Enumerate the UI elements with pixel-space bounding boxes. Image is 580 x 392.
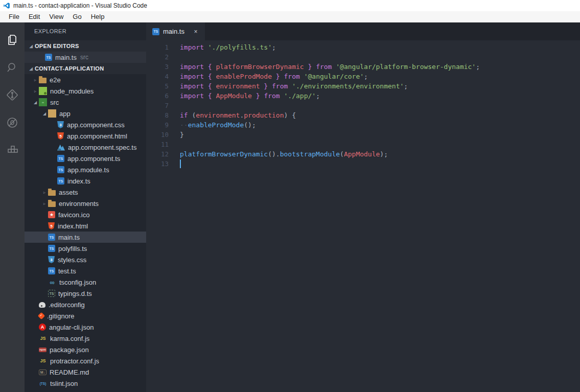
- menu-item-go[interactable]: Go: [68, 11, 86, 22]
- tree-item-app-module-ts[interactable]: TSapp.module.ts: [25, 164, 146, 175]
- line-number: 10: [146, 131, 169, 139]
- line-content: import { platformBrowserDynamic } from '…: [169, 63, 480, 71]
- tree-item--editorconfig[interactable]: .editorconfig: [25, 299, 146, 310]
- chevron-expanded-icon[interactable]: ◢: [41, 111, 48, 116]
- tab-bar: TS main.ts ×: [146, 22, 580, 40]
- extensions-icon[interactable]: [0, 138, 25, 163]
- tree-item-app-component-css[interactable]: 3app.component.css: [25, 119, 146, 130]
- code-line-5[interactable]: 5import { environment } from './environm…: [146, 81, 580, 91]
- line-content: import './polyfills.ts';: [169, 43, 276, 51]
- tree-item-test-ts[interactable]: TStest.ts: [25, 265, 146, 276]
- js-file-icon: JS: [39, 334, 47, 342]
- project-section-header[interactable]: ◢ CONTACT-APPLICATION: [25, 63, 146, 74]
- line-content: import { enableProdMode } from '@angular…: [169, 73, 368, 80]
- tree-item-tsconfig-json[interactable]: ∞tsconfig.json: [25, 276, 146, 288]
- typescript-file-icon: TS: [152, 28, 159, 35]
- chevron-expanded-icon[interactable]: ◢: [32, 100, 39, 105]
- ts-file-icon: TS: [48, 267, 55, 274]
- search-icon[interactable]: [0, 55, 25, 80]
- angular-file-icon: A: [39, 324, 46, 331]
- ts-file-icon: TS: [57, 166, 64, 173]
- tree-item-app-component-spec-ts[interactable]: tsapp.component.spec.ts: [25, 142, 146, 153]
- tree-item-protractor-conf-js[interactable]: JSprotractor.conf.js: [25, 355, 146, 366]
- menu-bar: FileEditViewGoHelp: [0, 11, 580, 22]
- tree-item-index-html[interactable]: 5index.html: [25, 220, 146, 232]
- explorer-icon[interactable]: [0, 28, 25, 52]
- favicon-file-icon: ★: [48, 211, 55, 218]
- tree-item-package-json[interactable]: npmpackage.json: [25, 344, 146, 355]
- line-content: ··enableProdMode();: [169, 121, 256, 129]
- line-content: platformBrowserDynamic().bootstrapModule…: [169, 150, 388, 158]
- open-editors-label: OPEN EDITORS: [35, 43, 79, 49]
- tree-item-label: favicon.ico: [58, 211, 89, 219]
- tree-item-label: src: [50, 99, 59, 106]
- code-line-8[interactable]: 8if (environment.production) {: [146, 110, 580, 120]
- code-line-4[interactable]: 4import { enableProdMode } from '@angula…: [146, 72, 580, 81]
- tree-item-e2e[interactable]: ▹e2e: [25, 74, 146, 85]
- code-line-12[interactable]: 12platformBrowserDynamic().bootstrapModu…: [146, 149, 580, 159]
- tree-item-label: polyfills.ts: [58, 245, 87, 252]
- line-number: 5: [146, 82, 169, 90]
- tree-item-tslint-json[interactable]: (TS)tslint.json: [25, 378, 146, 389]
- tree-item-index-ts[interactable]: TSindex.ts: [25, 175, 146, 187]
- vscode-logo-icon: [3, 2, 10, 9]
- tree-item-app[interactable]: ◢app: [25, 108, 146, 119]
- folder-node-file-icon: [39, 87, 47, 95]
- chevron-collapsed-icon[interactable]: ▹: [41, 190, 48, 195]
- editorconfig-file-icon: [39, 302, 45, 308]
- tree-item-favicon-ico[interactable]: ★favicon.ico: [25, 209, 146, 220]
- tree-item-label: app: [59, 110, 71, 118]
- tab-close-icon[interactable]: ×: [192, 28, 200, 35]
- line-number: 2: [146, 53, 169, 61]
- tree-item-app-component-html[interactable]: 5app.component.html: [25, 130, 146, 142]
- chevron-collapsed-icon[interactable]: ▹: [32, 78, 39, 82]
- tree-item-angular-cli-json[interactable]: Aangular-cli.json: [25, 321, 146, 333]
- menu-item-edit[interactable]: Edit: [24, 11, 44, 22]
- tree-item-main-ts[interactable]: TSmain.ts: [25, 232, 146, 243]
- tree-item-polyfills-ts[interactable]: TSpolyfills.ts: [25, 243, 146, 254]
- chevron-collapsed-icon[interactable]: ▹: [41, 201, 48, 206]
- folder-src-file-icon: ‹›: [39, 98, 47, 106]
- code-line-3[interactable]: 3import { platformBrowserDynamic } from …: [146, 62, 580, 72]
- code-line-10[interactable]: 10}: [146, 130, 580, 140]
- code-line-1[interactable]: 1import './polyfills.ts';: [146, 42, 580, 52]
- folder-open-file-icon: [48, 109, 56, 118]
- menu-item-file[interactable]: File: [4, 11, 24, 22]
- tree-item--gitignore[interactable]: .gitignore: [25, 310, 146, 321]
- ts-file-icon: TS: [48, 234, 55, 241]
- tree-item-label: app.module.ts: [67, 166, 109, 174]
- tab-main-ts[interactable]: TS main.ts ×: [146, 22, 205, 40]
- tree-item-label: README.md: [50, 368, 89, 376]
- tree-item-node-modules[interactable]: ▹node_modules: [25, 85, 146, 97]
- line-number: 9: [146, 121, 169, 129]
- code-line-11[interactable]: 11: [146, 140, 580, 149]
- tree-item-assets[interactable]: ▹assets: [25, 187, 146, 198]
- tree-item-styles-css[interactable]: 3styles.css: [25, 254, 146, 265]
- code-line-13[interactable]: 13: [146, 159, 580, 169]
- tree-item-label: app.component.html: [67, 132, 127, 140]
- code-line-7[interactable]: 7: [146, 101, 580, 110]
- tree-item-typings-d-ts[interactable]: TStypings.d.ts: [25, 288, 146, 299]
- file-tree: ▹e2e▹node_modules◢‹›src◢app3app.componen…: [25, 74, 146, 389]
- tree-item-src[interactable]: ◢‹›src: [25, 97, 146, 108]
- ts-file-icon: TS: [57, 177, 64, 185]
- line-number: 4: [146, 73, 169, 80]
- code-line-2[interactable]: 2: [146, 52, 580, 62]
- code-line-9[interactable]: 9··enableProdMode();: [146, 120, 580, 130]
- tree-item-environments[interactable]: ▹environments: [25, 198, 146, 209]
- tree-item-readme-md[interactable]: M↓README.md: [25, 366, 146, 378]
- menu-item-help[interactable]: Help: [86, 11, 109, 22]
- html-file-icon: 5: [48, 222, 55, 229]
- code-line-6[interactable]: 6import { AppModule } from './app/';: [146, 91, 580, 101]
- open-editors-header[interactable]: ◢ OPEN EDITORS: [25, 40, 146, 52]
- tree-item-karma-conf-js[interactable]: JSkarma.conf.js: [25, 333, 146, 344]
- menu-item-view[interactable]: View: [44, 11, 68, 22]
- code-editor[interactable]: 1import './polyfills.ts';23import { plat…: [146, 40, 580, 392]
- source-control-icon[interactable]: [0, 83, 25, 107]
- line-number: 3: [146, 63, 169, 71]
- chevron-collapsed-icon[interactable]: ▹: [32, 89, 39, 94]
- debug-icon[interactable]: [0, 110, 25, 135]
- folder-file-icon: [39, 78, 47, 83]
- tree-item-app-component-ts[interactable]: TSapp.component.ts: [25, 153, 146, 164]
- open-editor-item-main-ts[interactable]: TS main.ts src: [25, 52, 146, 63]
